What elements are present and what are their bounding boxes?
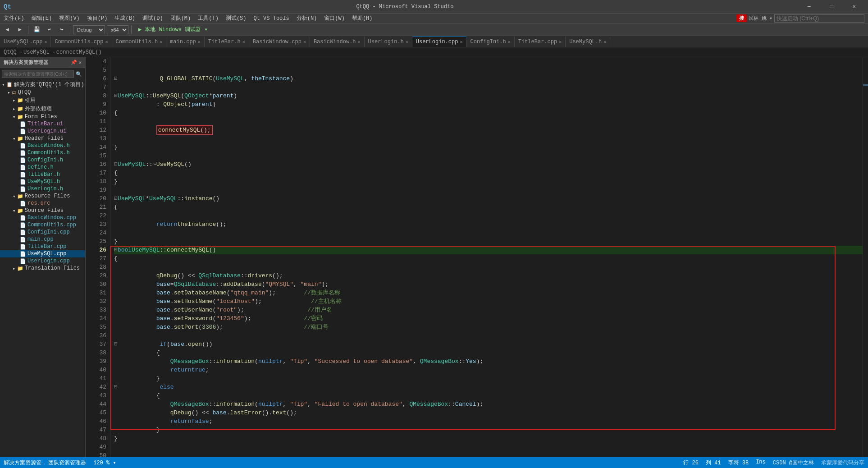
quick-search-input[interactable]	[774, 14, 864, 23]
tab-close-commonutils-h[interactable]: ✕	[160, 39, 162, 45]
tab-close-usemysql[interactable]: ✕	[44, 39, 47, 45]
fold-16[interactable]: ⊟	[114, 160, 118, 169]
toolbar-sep-3	[131, 26, 132, 34]
tree-usemysql-cpp[interactable]: 📄 UseMySQL.cpp	[0, 250, 85, 257]
project-label: QTQQ	[18, 89, 31, 96]
toolbar-save[interactable]: 💾	[31, 25, 42, 35]
code-line-13	[114, 134, 863, 143]
toolbar-redo[interactable]: ↪	[56, 25, 67, 35]
menu-build[interactable]: 生成(B)	[111, 14, 139, 23]
status-solution-mgr[interactable]: 解决方案资源管…	[4, 459, 45, 467]
tab-commonutils-h[interactable]: CommonUtils.h ✕	[112, 37, 167, 47]
menu-edit[interactable]: 编辑(E)	[28, 14, 56, 23]
tree-res-qrc[interactable]: 📄 res.qrc	[0, 200, 85, 207]
sidebar-search-input[interactable]	[2, 70, 74, 78]
tab-close-main[interactable]: ✕	[198, 39, 201, 45]
menu-window[interactable]: 窗口(W)	[320, 14, 348, 23]
tree-titlebar-ui[interactable]: 📄 TitleBar.ui	[0, 120, 85, 128]
tab-usemysql-h[interactable]: UseMySQL.h ✕	[566, 37, 610, 47]
tab-userlogin-h[interactable]: UserLogin.h ✕	[365, 37, 412, 47]
menu-help[interactable]: 帮助(H)	[348, 14, 376, 23]
tab-close-commonutils-cpp[interactable]: ✕	[105, 39, 108, 45]
tree-titlebar-cpp[interactable]: 📄 TitleBar.cpp	[0, 243, 85, 250]
fold-26[interactable]: ⊟	[114, 246, 118, 254]
menu-test[interactable]: 测试(S)	[222, 14, 250, 23]
tree-define-h[interactable]: 📄 define.h	[0, 164, 85, 171]
tree-commonutils-h[interactable]: 📄 CommonUtils.h	[0, 149, 85, 156]
search-icon[interactable]: 🔍	[76, 71, 82, 77]
status-team-mgr[interactable]: 团队资源管理器	[48, 459, 86, 467]
tab-close-configini-h[interactable]: ✕	[508, 39, 511, 45]
tree-basicwindow-cpp[interactable]: 📄 BasicWindow.cpp	[0, 214, 85, 221]
menu-view[interactable]: 视图(V)	[55, 14, 83, 23]
sohu-button[interactable]: 搜	[736, 14, 747, 22]
tree-titlebar-h[interactable]: 📄 TitleBar.h	[0, 171, 85, 178]
menu-file[interactable]: 文件(F)	[0, 14, 28, 23]
code-content[interactable]: ⊟ Q_GLOBAL_STATIC(UseMySQL, theInstance)…	[110, 57, 863, 457]
tab-basicwindow-cpp[interactable]: BasicWindow.cpp ✕	[249, 37, 310, 47]
fold-6[interactable]: ⊟	[114, 74, 118, 83]
tab-titlebar-h[interactable]: TitleBar.h ✕	[205, 37, 249, 47]
tree-commonutils-cpp[interactable]: 📄 CommonUtils.cpp	[0, 221, 85, 229]
menu-tools[interactable]: 工具(T)	[194, 14, 222, 23]
tree-solution[interactable]: ▾ 📋 解决方案'QTQQ'(1 个项目)	[0, 80, 85, 89]
platform-select[interactable]: x64 x86	[107, 25, 128, 34]
code-line-20: ⊟ UseMySQL * UseMySQL::instance()	[114, 194, 863, 203]
tree-formfiles[interactable]: ▾ 📁 Form Files	[0, 113, 85, 120]
tree-project[interactable]: ▾ 🗂 QTQQ	[0, 89, 85, 96]
menu-qtvs[interactable]: Qt VS Tools	[250, 14, 292, 23]
tab-usemysql-cpp[interactable]: UseMySQL.cpp ✕	[0, 37, 51, 47]
tree-externaldeps[interactable]: ▸ 📁 外部依赖项	[0, 105, 85, 113]
tree-translationfiles[interactable]: ▸ 📁 Translation Files	[0, 265, 85, 272]
tab-close-basicwindow-cpp[interactable]: ✕	[303, 39, 306, 45]
toolbar-forward[interactable]: ▶	[14, 25, 25, 35]
tree-sourcefiles[interactable]: ▾ 📁 Source Files	[0, 207, 85, 214]
code-line-38: {	[114, 349, 863, 357]
tree-usemysql-h[interactable]: 📄 UseMySQL.h	[0, 178, 85, 185]
tab-userlogin-cpp[interactable]: UserLogin.cpp ✕	[412, 37, 467, 47]
tree-userlogin-h[interactable]: 📄 UserLogin.h	[0, 185, 85, 193]
code-line-42: ⊟ else	[114, 383, 863, 391]
maximize-button[interactable]: □	[821, 0, 842, 14]
tab-close-titlebar-cpp[interactable]: ✕	[559, 39, 562, 45]
menu-team[interactable]: 团队(M)	[167, 14, 195, 23]
tree-configini-h[interactable]: 📄 ConfigIni.h	[0, 156, 85, 164]
h-icon-2: 📄	[20, 150, 26, 156]
code-line-4	[114, 57, 863, 66]
tab-basicwindow-h[interactable]: BasicWindow.h ✕	[310, 37, 365, 47]
menu-bar: 文件(F) 编辑(E) 视图(V) 项目(P) 生成(B) 调试(D) 团队(M…	[0, 14, 868, 23]
menu-debug[interactable]: 调试(D)	[139, 14, 167, 23]
sidebar-pin-icon[interactable]: 📌	[71, 60, 77, 65]
sidebar-close-icon[interactable]: ✕	[78, 60, 82, 65]
toolbar-undo[interactable]: ↩	[44, 25, 55, 35]
menu-analyze[interactable]: 分析(N)	[293, 14, 321, 23]
tree-headerfiles[interactable]: ▾ 📁 Header Files	[0, 135, 85, 142]
tab-close-userlogin-h[interactable]: ✕	[406, 39, 408, 45]
close-button[interactable]: ✕	[844, 0, 864, 14]
run-button[interactable]: ▶ 本地 Windows 调试器 ▾	[134, 25, 212, 35]
tab-close-userlogin-cpp[interactable]: ✕	[460, 39, 462, 45]
sidebar-search-area: 🔍	[0, 68, 85, 80]
tree-basicwindow-h[interactable]: 📄 BasicWindow.h	[0, 142, 85, 149]
code-line-26: ⊟ bool UseMySQL::connectMySQL()	[114, 246, 863, 254]
tree-main-cpp[interactable]: 📄 main.cpp	[0, 236, 85, 243]
tab-close-usemysql-h[interactable]: ✕	[603, 39, 606, 45]
tree-references[interactable]: ▸ 📁 引用	[0, 96, 85, 105]
tree-resourcefiles[interactable]: ▾ 📁 Resource Files	[0, 193, 85, 200]
tree-userlogin-cpp[interactable]: 📄 UserLogin.cpp	[0, 257, 85, 265]
tab-close-titlebar-h[interactable]: ✕	[242, 39, 245, 45]
tree-userlogin-ui[interactable]: 📄 UserLogin.ui	[0, 128, 85, 135]
tab-main-cpp[interactable]: main.cpp ✕	[166, 37, 205, 47]
fold-20[interactable]: ⊟	[114, 194, 118, 203]
toolbar-back[interactable]: ◀	[2, 25, 13, 35]
headerfiles-expand-icon: ▾	[13, 136, 16, 142]
tree-configini-cpp[interactable]: 📄 ConfigIni.cpp	[0, 229, 85, 236]
tab-close-basicwindow-h[interactable]: ✕	[358, 39, 361, 45]
tab-commonutils-cpp[interactable]: CommonUtils.cpp ✕	[51, 37, 112, 47]
tab-titlebar-cpp[interactable]: TitleBar.cpp ✕	[515, 37, 566, 47]
menu-project[interactable]: 项目(P)	[83, 14, 111, 23]
minimize-button[interactable]: ─	[799, 0, 819, 14]
tab-configini-h[interactable]: ConfigIni.h ✕	[466, 37, 514, 47]
code-line-21: {	[114, 203, 863, 211]
debug-mode-select[interactable]: Debug Release	[73, 25, 105, 34]
